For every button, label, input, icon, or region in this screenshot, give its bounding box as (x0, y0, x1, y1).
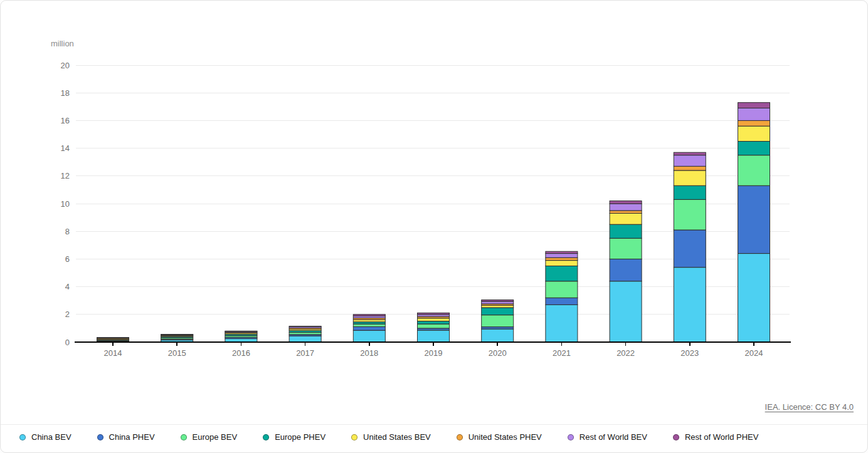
legend-dot-icon (568, 434, 574, 440)
bar-segment[interactable] (738, 185, 770, 253)
chart-card: million 02468101214161820201420152016201… (0, 0, 868, 453)
source-licence-link[interactable]: IEA. Licence: CC BY 4.0 (765, 402, 854, 412)
bar-segment[interactable] (738, 155, 770, 186)
legend-label: China PHEV (109, 432, 155, 442)
bar-segment[interactable] (353, 315, 385, 316)
bar-segment[interactable] (546, 258, 578, 260)
y-axis-tick-label: 20 (61, 61, 70, 70)
bar-segment[interactable] (738, 120, 770, 126)
bar-segment[interactable] (418, 313, 450, 314)
legend-label: Europe PHEV (275, 432, 326, 442)
bar-segment[interactable] (674, 199, 706, 230)
bar-segment[interactable] (674, 185, 706, 199)
x-axis-tick-label: 2022 (617, 348, 635, 358)
x-axis-tick-label: 2017 (296, 348, 314, 358)
legend-label: United States PHEV (468, 432, 542, 442)
bar-segment[interactable] (482, 301, 514, 304)
y-axis-tick-label: 14 (61, 143, 70, 153)
legend-dot-icon (97, 434, 103, 440)
x-axis-tick-label: 2019 (425, 348, 443, 358)
bar-segment[interactable] (610, 204, 642, 211)
bar-segment[interactable] (610, 211, 642, 213)
legend-dot-icon (457, 434, 463, 440)
legend-dot-icon (673, 434, 679, 440)
x-axis-tick-label: 2023 (680, 348, 699, 358)
bar-segment[interactable] (482, 305, 514, 308)
legend-item-china-bev[interactable]: China BEV (19, 432, 71, 442)
bar-segment[interactable] (418, 321, 450, 324)
bar-segment[interactable] (738, 108, 770, 121)
bar-segment[interactable] (482, 300, 514, 301)
bar-segment[interactable] (353, 330, 385, 342)
bar-segment[interactable] (418, 318, 450, 321)
y-axis-tick-label: 0 (65, 338, 70, 347)
legend-label: Rest of World PHEV (685, 432, 759, 442)
x-axis-tick-label: 2014 (104, 348, 122, 358)
bar-segment[interactable] (482, 315, 514, 327)
y-axis-tick-label: 8 (65, 227, 70, 236)
legend-dot-icon (351, 434, 357, 440)
bar-segment[interactable] (546, 281, 578, 298)
bar-segment[interactable] (738, 142, 770, 155)
legend-item-china-phev[interactable]: China PHEV (97, 432, 155, 442)
x-axis-tick-label: 2021 (553, 348, 571, 358)
bar-segment[interactable] (610, 201, 642, 204)
legend-dot-icon (181, 434, 187, 440)
bar-segment[interactable] (353, 320, 385, 322)
bar-segment[interactable] (738, 254, 770, 342)
bar-segment[interactable] (418, 330, 450, 342)
stacked-bar-chart: 0246810121416182020142015201620172018201… (1, 1, 868, 453)
legend-dot-icon (19, 434, 26, 440)
bar-segment[interactable] (610, 213, 642, 224)
x-axis-tick-label: 2016 (232, 348, 250, 358)
x-axis-tick-label: 2020 (489, 348, 507, 358)
legend-item-europe-bev[interactable]: Europe BEV (181, 432, 238, 442)
bar-segment[interactable] (418, 324, 450, 328)
bar-segment[interactable] (674, 230, 706, 268)
y-axis-tick-label: 4 (65, 282, 70, 291)
y-axis-tick-label: 12 (61, 171, 70, 180)
bar-segment[interactable] (610, 281, 642, 342)
bar-segment[interactable] (610, 259, 642, 281)
y-axis-tick-label: 10 (61, 199, 70, 209)
bar-segment[interactable] (546, 298, 578, 305)
bar-segment[interactable] (289, 326, 321, 327)
legend-label: Europe BEV (193, 432, 238, 442)
y-axis-tick-label: 18 (61, 88, 70, 98)
legend-item-united-states-phev[interactable]: United States PHEV (457, 432, 542, 442)
bar-segment[interactable] (482, 308, 514, 315)
legend-item-europe-phev[interactable]: Europe PHEV (263, 432, 326, 442)
bar-segment[interactable] (353, 324, 385, 326)
bar-segment[interactable] (738, 126, 770, 141)
bar-segment[interactable] (289, 336, 321, 342)
y-axis-tick-label: 16 (61, 116, 70, 125)
y-axis-tick-label: 6 (65, 254, 70, 264)
bar-segment[interactable] (674, 155, 706, 167)
legend-dot-icon (263, 434, 269, 440)
bar-segment[interactable] (674, 166, 706, 170)
bar-segment[interactable] (546, 251, 578, 253)
legend-item-rest-of-world-bev[interactable]: Rest of World BEV (568, 432, 647, 442)
y-axis-tick-label: 2 (65, 310, 70, 319)
x-axis-tick-label: 2018 (360, 348, 378, 358)
bar-segment[interactable] (353, 326, 385, 330)
bar-segment[interactable] (546, 254, 578, 258)
bar-segment[interactable] (674, 152, 706, 155)
legend-item-united-states-bev[interactable]: United States BEV (351, 432, 431, 442)
bar-segment[interactable] (610, 224, 642, 238)
legend-divider (1, 424, 868, 425)
x-axis-tick-label: 2024 (745, 348, 763, 358)
legend-label: Rest of World BEV (580, 432, 647, 442)
bar-segment[interactable] (546, 266, 578, 281)
bar-segment[interactable] (674, 170, 706, 185)
bar-segment[interactable] (546, 305, 578, 342)
bar-segment[interactable] (546, 261, 578, 266)
legend-label: China BEV (31, 432, 71, 442)
bar-segment[interactable] (674, 268, 706, 342)
legend-item-rest-of-world-phev[interactable]: Rest of World PHEV (673, 432, 759, 442)
x-axis-tick-label: 2015 (168, 348, 186, 358)
bar-segment[interactable] (610, 238, 642, 259)
legend-label: United States BEV (363, 432, 431, 442)
bar-segment[interactable] (738, 103, 770, 108)
bar-segment[interactable] (482, 329, 514, 342)
